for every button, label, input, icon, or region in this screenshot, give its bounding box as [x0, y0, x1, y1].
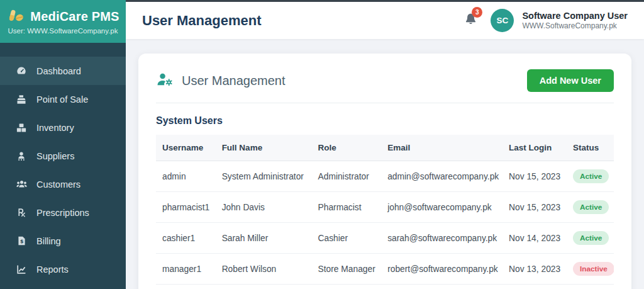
section-title: System Users	[156, 115, 614, 127]
column-header-role: Role	[312, 135, 382, 161]
sidebar-item-label: Billing	[36, 236, 61, 246]
cell-username: cashier1	[156, 223, 216, 254]
sidebar-item-label: Suppliers	[36, 151, 74, 161]
sidebar-item-label: Point of Sale	[36, 94, 88, 105]
column-header-email: Email	[381, 135, 502, 161]
sidebar-item-reports[interactable]: Reports	[0, 255, 126, 283]
cell-username: manager1	[156, 254, 216, 285]
cell-role: Administrator	[312, 161, 382, 192]
cell-email: admin@softwarecompany.pk	[381, 161, 502, 192]
user-name: Software Company User	[522, 10, 628, 21]
sidebar-item-label: Customers	[36, 179, 80, 190]
prescriptions-icon	[16, 208, 27, 217]
sidebar-item-suppliers[interactable]: Suppliers	[0, 142, 126, 170]
cell-email: sarah@softwarecompany.pk	[381, 223, 502, 254]
sidebar-item-billing[interactable]: $Billing	[0, 227, 126, 255]
cell-username: pharmacist1	[156, 192, 216, 223]
avatar[interactable]: SC	[491, 9, 514, 32]
inventory-icon	[16, 123, 27, 133]
column-header-username: Username	[156, 135, 216, 161]
sidebar-item-dashboard[interactable]: Dashboard	[0, 57, 126, 85]
sidebar-item-customers[interactable]: Customers	[0, 170, 126, 198]
sidebar: MediCare PMS User: WWW.SoftwareCompany.p…	[0, 0, 126, 289]
user-management-card: User Management Add New User System User…	[138, 54, 631, 289]
cell-last-login: Nov 15, 2023	[502, 161, 567, 192]
sidebar-item-label: Prescriptions	[36, 208, 89, 218]
users-table: UsernameFull NameRoleEmailLast LoginStat…	[156, 135, 614, 285]
sidebar-item-point-of-sale[interactable]: Point of Sale	[0, 85, 126, 113]
billing-icon: $	[16, 236, 27, 246]
card-title: User Management	[182, 74, 286, 88]
cell-status: Inactive	[567, 254, 614, 285]
column-header-full-name: Full Name	[216, 135, 312, 161]
column-header-last-login: Last Login	[502, 135, 567, 161]
table-header-row: UsernameFull NameRoleEmailLast LoginStat…	[156, 135, 614, 161]
dashboard-icon	[16, 66, 27, 76]
cell-username: admin	[156, 161, 216, 192]
table-row: adminSystem AdministratorAdministratorad…	[156, 161, 614, 192]
cell-full-name: Robert Wilson	[216, 254, 312, 285]
cell-status: Active	[567, 161, 614, 192]
content-area: User Management Add New User System User…	[126, 39, 644, 289]
card-header: User Management Add New User	[156, 69, 614, 103]
cell-full-name: John Davis	[216, 192, 312, 223]
cell-full-name: Sarah Miller	[216, 223, 312, 254]
cell-status: Active	[567, 192, 614, 223]
bell-icon	[464, 17, 477, 28]
table-row: manager1Robert WilsonStore Managerrobert…	[156, 254, 614, 285]
customers-icon	[16, 179, 27, 189]
notification-badge: 3	[472, 7, 482, 18]
notifications-button[interactable]: 3	[464, 13, 477, 28]
cell-role: Cashier	[312, 223, 382, 254]
sidebar-item-label: Reports	[36, 264, 69, 275]
pills-icon	[6, 9, 25, 25]
cell-last-login: Nov 14, 2023	[502, 223, 567, 254]
topbar: User Management 3 SC Software Company Us…	[126, 0, 644, 39]
cell-status: Active	[567, 223, 614, 254]
cell-last-login: Nov 13, 2023	[502, 254, 567, 285]
table-row: pharmacist1John DavisPharmacistjohn@soft…	[156, 192, 614, 223]
status-badge: Inactive	[573, 262, 614, 276]
page-title: User Management	[142, 13, 262, 29]
user-org: WWW.SoftwareCompany.pk	[522, 21, 628, 31]
cell-email: john@softwarecompany.pk	[381, 192, 502, 223]
reports-icon	[16, 264, 27, 275]
table-row: cashier1Sarah MillerCashiersarah@softwar…	[156, 223, 614, 254]
user-info: Software Company User WWW.SoftwareCompan…	[522, 10, 628, 31]
app-logo: MediCare PMS User: WWW.SoftwareCompany.p…	[0, 0, 126, 43]
add-new-user-button[interactable]: Add New User	[527, 69, 614, 92]
cell-role: Pharmacist	[312, 192, 382, 223]
cell-full-name: System Administrator	[216, 161, 312, 192]
sidebar-item-prescriptions[interactable]: Prescriptions	[0, 198, 126, 227]
sidebar-item-label: Dashboard	[36, 66, 81, 76]
status-badge: Active	[573, 200, 609, 214]
cell-email: robert@softwarecompany.pk	[381, 254, 502, 285]
app-title: MediCare PMS	[30, 9, 119, 24]
svg-text:$: $	[19, 239, 23, 244]
status-badge: Active	[573, 169, 609, 183]
user-gear-icon	[156, 72, 174, 89]
column-header-status: Status	[567, 135, 614, 161]
cell-last-login: Nov 15, 2023	[502, 192, 567, 223]
suppliers-icon	[16, 151, 27, 161]
point-of-sale-icon	[16, 94, 27, 105]
cell-role: Store Manager	[312, 254, 382, 285]
logo-subtitle: User: WWW.SoftwareCompany.pk	[8, 27, 118, 35]
sidebar-item-inventory[interactable]: Inventory	[0, 113, 126, 142]
status-badge: Active	[573, 231, 609, 245]
sidebar-nav: DashboardPoint of SaleInventorySuppliers…	[0, 43, 126, 283]
sidebar-item-label: Inventory	[36, 123, 74, 133]
